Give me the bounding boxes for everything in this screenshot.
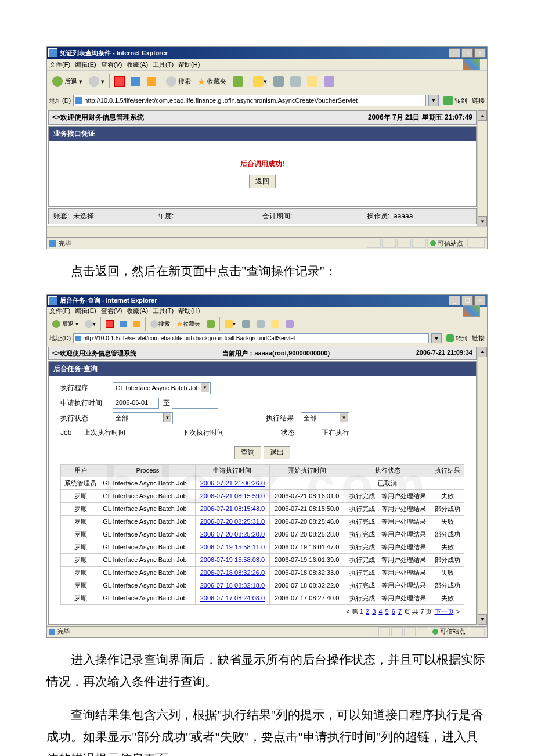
- favorites-button[interactable]: ★收藏夹: [174, 317, 203, 331]
- screenshot-query: 后台任务-查询 - Internet Explorer _ ❐ × 文件(F) …: [46, 294, 488, 638]
- maximize-button[interactable]: □: [461, 48, 473, 58]
- search-button[interactable]: 搜索: [147, 317, 173, 331]
- menu-help[interactable]: 帮助(H): [178, 60, 200, 69]
- menu-tools[interactable]: 工具(T): [153, 60, 174, 69]
- home-button[interactable]: [144, 74, 159, 88]
- history-icon: [233, 76, 243, 87]
- apply-time-link[interactable]: 2006-07-19 15:58:11.0: [200, 543, 265, 550]
- menu-edit[interactable]: 编辑(E): [75, 307, 96, 315]
- search-button[interactable]: 搜索: [163, 74, 194, 88]
- url-field[interactable]: http://10.0.1.5/life/servlet/com.ebao.li…: [73, 95, 426, 106]
- page-link[interactable]: 6: [392, 608, 395, 615]
- refresh-button[interactable]: [117, 317, 130, 331]
- next-time-label: 下次执行时间: [182, 428, 234, 438]
- history-button[interactable]: [230, 74, 246, 88]
- menu-tools[interactable]: 工具(T): [153, 307, 174, 315]
- return-button[interactable]: 返回: [249, 175, 276, 188]
- back-button[interactable]: 后退 ▾: [49, 317, 81, 331]
- go-icon: [446, 334, 454, 342]
- status-done: 完毕: [57, 627, 70, 636]
- apply-date-input[interactable]: 2006-06-01: [113, 398, 159, 409]
- forward-button[interactable]: ▾: [86, 74, 107, 88]
- mail-button[interactable]: ▾: [222, 317, 239, 331]
- apply-time-link[interactable]: 2006-07-17 08:24:08.0: [200, 595, 265, 602]
- menu-fav[interactable]: 收藏(A): [127, 307, 148, 315]
- page-link[interactable]: 5: [385, 608, 389, 615]
- minimize-button[interactable]: _: [449, 48, 460, 58]
- menu-fav[interactable]: 收藏(A): [127, 60, 148, 69]
- search-icon: [166, 76, 176, 87]
- print-button[interactable]: [239, 317, 253, 331]
- apply-time-link[interactable]: 2006-07-20 08:25:20.0: [200, 531, 265, 538]
- vertical-scrollbar[interactable]: ▲▼: [477, 110, 487, 226]
- print-icon: [242, 320, 250, 328]
- print-button[interactable]: [270, 74, 287, 88]
- history-button[interactable]: [204, 317, 218, 331]
- tool-button[interactable]: [321, 74, 337, 88]
- apply-time-link[interactable]: 2006-07-18 08:32:18.0: [200, 582, 265, 589]
- links-label[interactable]: 链接: [472, 334, 485, 343]
- menu-file[interactable]: 文件(F): [49, 307, 70, 315]
- refresh-icon: [131, 77, 140, 86]
- page-link[interactable]: 7: [398, 608, 402, 615]
- tool-button[interactable]: [283, 317, 297, 331]
- stop-button[interactable]: [103, 317, 117, 331]
- trust-zone: 可信站点: [430, 627, 468, 636]
- to-label: 至: [163, 398, 170, 408]
- query-button[interactable]: 查询: [234, 446, 261, 459]
- next-page-link[interactable]: 下一页: [435, 608, 454, 615]
- url-dropdown[interactable]: ▼: [428, 95, 439, 106]
- page-link[interactable]: 2: [366, 608, 369, 615]
- apply-time-link[interactable]: 2006-07-21 08:15:43.0: [200, 505, 265, 512]
- result-select[interactable]: 全部: [301, 412, 349, 424]
- menu-file[interactable]: 文件(F): [49, 60, 70, 69]
- apply-time-link[interactable]: 2006-07-19 15:58:03.0: [200, 556, 265, 563]
- edit-button[interactable]: [287, 74, 304, 88]
- stop-button[interactable]: [111, 74, 128, 88]
- edit-button[interactable]: [254, 317, 268, 331]
- minimize-button[interactable]: _: [449, 296, 460, 305]
- go-button[interactable]: 转到: [441, 95, 470, 106]
- folder-button[interactable]: [304, 74, 320, 88]
- folder-button[interactable]: [268, 317, 282, 331]
- menu-help[interactable]: 帮助(H): [178, 307, 200, 315]
- exit-button[interactable]: 退出: [264, 446, 290, 459]
- mail-button[interactable]: ▾: [250, 74, 270, 88]
- back-button[interactable]: 后退 ▾: [49, 74, 85, 88]
- table-header: 执行结果: [431, 464, 464, 477]
- go-button[interactable]: 转到: [444, 333, 470, 344]
- search-icon: [150, 320, 158, 328]
- home-button[interactable]: [131, 317, 143, 331]
- apply-date-to-input[interactable]: [172, 398, 218, 409]
- menu-view[interactable]: 查看(V): [101, 60, 122, 69]
- trust-icon: [430, 240, 436, 246]
- panel-title: 业务接口凭证: [49, 127, 476, 141]
- menu-edit[interactable]: 编辑(E): [75, 60, 96, 69]
- vertical-scrollbar[interactable]: ▲▼: [477, 347, 487, 625]
- url-field[interactable]: http://10.0.1.5/life/servlet/com.ebao.li…: [73, 333, 429, 343]
- close-button[interactable]: ×: [474, 48, 486, 58]
- favorites-button[interactable]: ★ 收藏夹: [194, 74, 229, 88]
- window-titlebar: 后台任务-查询 - Internet Explorer _ ❐ ×: [47, 295, 487, 307]
- proc-select[interactable]: GL Interface Async Batch Job: [113, 382, 211, 394]
- folder-icon: [307, 76, 317, 87]
- welcome-text: <>欢迎使用业务信息管理系统: [52, 349, 136, 358]
- current-user: 当前用户：aaaaa(root,90000000000): [222, 349, 330, 358]
- window-title: 凭证列表查询条件 - Internet Explorer: [60, 49, 449, 57]
- restore-button[interactable]: ❐: [461, 296, 473, 305]
- page-link[interactable]: 4: [378, 608, 382, 615]
- system-time: 2006年 7月 21日 星期五 21:07:49: [368, 113, 472, 123]
- trust-zone: 可信站点: [427, 239, 466, 248]
- apply-time-link[interactable]: 2006-07-21 21:06:26.0: [200, 480, 265, 487]
- refresh-button[interactable]: [128, 74, 143, 88]
- apply-time-link[interactable]: 2006-07-18 08:32:26.0: [200, 569, 265, 576]
- links-label[interactable]: 链接: [472, 96, 485, 105]
- apply-time-link[interactable]: 2006-07-21 08:15:59.0: [200, 492, 265, 499]
- page-link[interactable]: 3: [372, 608, 376, 615]
- menu-view[interactable]: 查看(V): [101, 307, 122, 315]
- close-button[interactable]: ×: [474, 296, 486, 305]
- url-dropdown[interactable]: ▼: [431, 333, 442, 343]
- state-select[interactable]: 全部: [113, 412, 173, 424]
- apply-time-link[interactable]: 2006-07-20 08:25:31.0: [200, 518, 265, 525]
- forward-button[interactable]: ▾: [82, 317, 99, 331]
